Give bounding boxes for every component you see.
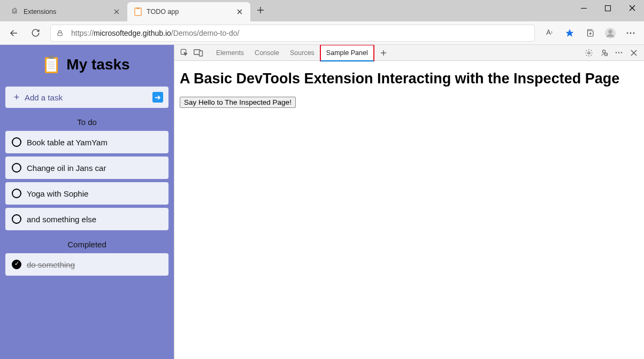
svg-point-21 bbox=[630, 32, 632, 34]
tab-todo-app[interactable]: TODO app bbox=[127, 2, 250, 21]
content-area: My tasks + Add a task ➜ To do Book table… bbox=[0, 45, 644, 359]
svg-point-36 bbox=[602, 50, 605, 52]
back-button[interactable] bbox=[4, 25, 24, 42]
task-item[interactable]: and something else bbox=[5, 208, 168, 230]
favorite-button[interactable] bbox=[561, 25, 579, 42]
url-prefix: https:// bbox=[71, 29, 94, 37]
clipboard-icon bbox=[44, 56, 59, 74]
close-devtools-button[interactable] bbox=[627, 46, 641, 60]
circle-icon[interactable] bbox=[12, 163, 21, 173]
todo-page: My tasks + Add a task ➜ To do Book table… bbox=[0, 45, 174, 359]
todo-icon bbox=[134, 7, 142, 16]
svg-point-19 bbox=[608, 29, 612, 33]
feedback-button[interactable] bbox=[597, 46, 611, 60]
devtools-panel: Elements Console Sources Sample Panel bbox=[174, 45, 644, 359]
task-text: Book table at YamYam bbox=[27, 138, 108, 147]
new-tab-button[interactable] bbox=[252, 2, 269, 18]
circle-icon[interactable] bbox=[12, 137, 21, 147]
task-text: do something bbox=[27, 260, 75, 269]
task-text: Yoga with Sophie bbox=[27, 189, 88, 198]
svg-marker-14 bbox=[566, 29, 574, 36]
todo-section-label: To do bbox=[5, 118, 168, 127]
svg-point-39 bbox=[618, 52, 619, 53]
svg-rect-25 bbox=[49, 56, 54, 59]
add-task-input[interactable]: + Add a task ➜ bbox=[5, 87, 168, 108]
settings-button[interactable] bbox=[582, 46, 596, 60]
read-aloud-button[interactable] bbox=[540, 25, 558, 42]
window-controls bbox=[572, 0, 644, 16]
maximize-button[interactable] bbox=[596, 0, 620, 16]
minimize-button[interactable] bbox=[572, 0, 596, 16]
svg-rect-13 bbox=[58, 33, 62, 35]
task-item-completed[interactable]: do something bbox=[5, 253, 168, 276]
submit-task-button[interactable]: ➜ bbox=[152, 92, 163, 103]
device-toggle-button[interactable] bbox=[191, 46, 205, 60]
svg-point-38 bbox=[616, 52, 617, 53]
task-text: and something else bbox=[27, 215, 96, 224]
url-path: /Demos/demo-to-do/ bbox=[171, 29, 240, 37]
refresh-button[interactable] bbox=[26, 25, 45, 42]
tab-extensions[interactable]: Extensions bbox=[4, 2, 127, 21]
task-item[interactable]: Book table at YamYam bbox=[5, 131, 168, 153]
close-icon[interactable] bbox=[235, 7, 244, 16]
task-item[interactable]: Change oil in Jans car bbox=[5, 157, 168, 179]
panel-heading: A Basic DevTools Extension Interacting w… bbox=[180, 71, 639, 87]
url-input[interactable]: https://microsoftedge.github.io/Demos/de… bbox=[50, 25, 535, 42]
check-icon[interactable] bbox=[12, 260, 21, 269]
devtools-panel-body: A Basic DevTools Extension Interacting w… bbox=[174, 61, 644, 359]
task-item[interactable]: Yoga with Sophie bbox=[5, 182, 168, 205]
collections-button[interactable] bbox=[581, 25, 599, 42]
svg-rect-3 bbox=[136, 7, 140, 9]
page-heading: My tasks bbox=[5, 56, 168, 74]
devtools-tab-console[interactable]: Console bbox=[249, 45, 285, 61]
extension-icon bbox=[11, 7, 19, 16]
window-titlebar: Extensions TODO app bbox=[0, 0, 644, 21]
tab-title: Extensions bbox=[24, 8, 112, 15]
lock-icon bbox=[56, 29, 64, 37]
svg-point-40 bbox=[621, 52, 622, 53]
menu-button[interactable] bbox=[622, 25, 640, 42]
devtools-tab-sources[interactable]: Sources bbox=[285, 45, 320, 61]
page-title: My tasks bbox=[66, 56, 129, 73]
svg-point-20 bbox=[627, 32, 628, 34]
svg-rect-24 bbox=[47, 59, 56, 72]
more-tabs-button[interactable] bbox=[377, 46, 390, 60]
add-task-label: Add a task bbox=[25, 93, 63, 102]
plus-icon: + bbox=[12, 92, 21, 102]
completed-section-label: Completed bbox=[5, 240, 168, 249]
say-hello-button[interactable]: Say Hello to The Inspected Page! bbox=[180, 97, 296, 108]
circle-icon[interactable] bbox=[12, 214, 21, 224]
tab-title: TODO app bbox=[147, 8, 235, 15]
devtools-tabbar: Elements Console Sources Sample Panel bbox=[174, 45, 644, 61]
svg-point-22 bbox=[633, 32, 635, 34]
devtools-tab-sample-panel[interactable]: Sample Panel bbox=[320, 45, 374, 61]
inspect-element-button[interactable] bbox=[178, 46, 191, 60]
svg-rect-32 bbox=[200, 51, 203, 56]
devtools-tab-elements[interactable]: Elements bbox=[211, 45, 249, 61]
browser-tabs: Extensions TODO app bbox=[4, 2, 269, 21]
window-close-button[interactable] bbox=[620, 0, 644, 16]
close-icon[interactable] bbox=[112, 7, 121, 16]
circle-icon[interactable] bbox=[12, 189, 21, 198]
profile-button[interactable] bbox=[601, 25, 619, 42]
task-text: Change oil in Jans car bbox=[27, 163, 106, 173]
svg-rect-2 bbox=[135, 8, 141, 15]
more-options-button[interactable] bbox=[612, 46, 626, 60]
svg-rect-9 bbox=[605, 5, 611, 11]
url-host: microsoftedge.github.io bbox=[94, 29, 171, 37]
svg-point-35 bbox=[588, 52, 590, 54]
address-bar: https://microsoftedge.github.io/Demos/de… bbox=[0, 21, 644, 45]
